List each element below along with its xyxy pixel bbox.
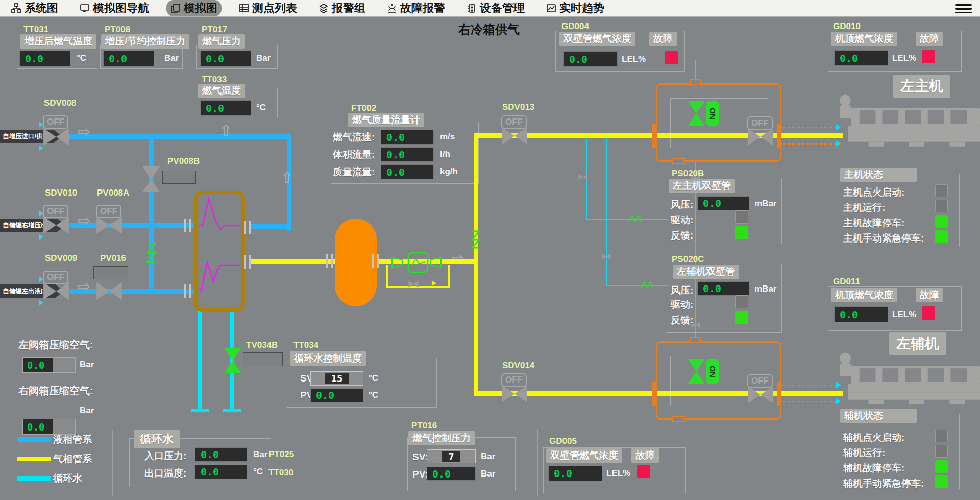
status-label: 辅机故障停车:	[843, 462, 904, 475]
valve-setpoint-box[interactable]	[243, 352, 283, 366]
mini-valve-icon	[602, 253, 611, 260]
dw-coupling	[652, 382, 656, 406]
valve-main-dw-off[interactable]	[747, 128, 774, 146]
valve-setpoint-box[interactable]	[162, 171, 196, 184]
legend-swatch-gas	[17, 457, 51, 461]
spring-symbol	[143, 242, 159, 265]
row-label: 风压:	[671, 198, 693, 211]
heat-exchanger[interactable]	[194, 191, 245, 312]
drive-indicator	[735, 210, 748, 224]
value-display: 0.0	[310, 388, 363, 402]
pipe-gas-hx-vessel	[250, 259, 337, 264]
fault-label: 故障	[916, 32, 943, 46]
menu-item-label: 模拟图导航	[93, 1, 149, 16]
setpoint-input[interactable]: 7	[427, 449, 476, 463]
valve-aux-dw-on[interactable]	[687, 358, 705, 385]
menu-bar: 系统图 模拟图导航 模拟图 测点列表 报警组 故障报警 设备管理 实时趋势	[0, 0, 980, 17]
menu-item-system-diagram[interactable]: 系统图	[7, 0, 62, 16]
valve-aux-dw-off[interactable]	[747, 386, 774, 404]
row-label: 质量流量:	[333, 165, 375, 179]
coupling	[372, 254, 379, 268]
menu-item-sim-diagram[interactable]: 模拟图	[166, 0, 222, 16]
menu-item-sim-navigation[interactable]: 模拟图导航	[76, 0, 153, 16]
valve-pv008b[interactable]	[142, 166, 160, 193]
double-wall-jacket	[783, 401, 841, 402]
valve-state-tag: ON	[706, 101, 719, 126]
valve-sdv009[interactable]	[43, 282, 69, 300]
valve-tv034b[interactable]	[224, 347, 242, 374]
valve-pv008a[interactable]	[96, 216, 122, 234]
menu-item-alarm-group[interactable]: 报警组	[314, 0, 370, 16]
unit-label: LEL%	[892, 53, 916, 63]
unit-label: °C	[77, 53, 86, 63]
flow-arrow-faint: ⇧	[281, 169, 293, 186]
row-label: 入口压力:	[144, 449, 186, 463]
row-label: 驱动:	[671, 213, 693, 227]
valve-pv016[interactable]	[96, 282, 122, 300]
unit-label: °C	[256, 103, 266, 113]
unit-label: Bar	[80, 360, 94, 370]
valve-setpoint-box[interactable]	[93, 266, 128, 279]
fault-label: 故障	[631, 448, 659, 463]
row-label: 反馈:	[671, 314, 693, 327]
menu-item-label: 系统图	[24, 1, 58, 16]
instrument-name: 增压后燃气温度	[20, 34, 96, 49]
mini-valve-icon	[578, 174, 587, 180]
instrument-tag: TT034	[293, 340, 318, 350]
instrument-tag: GD005	[549, 436, 577, 446]
divider	[112, 430, 113, 496]
menu-item-realtime-trend[interactable]: 实时趋势	[542, 0, 608, 16]
unit-label: LEL%	[892, 309, 916, 320]
panel-title: 循环水	[134, 430, 180, 448]
valve-sdv014[interactable]	[501, 385, 528, 403]
valve-main-dw-on[interactable]	[687, 100, 705, 127]
pipe-liquid-hx-out	[250, 224, 291, 229]
engine-aux-silhouette	[838, 351, 980, 413]
status-label: 主机故障停车:	[843, 217, 904, 230]
sense-line	[606, 136, 607, 286]
status-label: 主机点火启动:	[843, 186, 904, 199]
status-indicator	[935, 445, 948, 458]
instrument-name: 左主机双壁管	[669, 179, 735, 193]
legend-label: 液相管系	[53, 433, 92, 446]
coupling	[244, 221, 251, 234]
instrument-tag: PT017	[202, 25, 227, 35]
unit-label: °C	[253, 467, 263, 477]
engine-main-silhouette	[838, 93, 980, 155]
dw-coupling	[652, 124, 656, 148]
unit-label: Bar	[481, 451, 495, 462]
valve-tag: TV034B	[246, 340, 278, 350]
gas-vessel[interactable]	[335, 219, 377, 306]
valve-tag: SDV010	[45, 188, 77, 198]
pipe-gas-bypass	[386, 265, 388, 287]
value-display: 0.0	[195, 465, 247, 479]
valve-state-tag: OFF	[43, 115, 68, 129]
status-indicator	[935, 200, 948, 212]
valve-sdv010[interactable]	[43, 216, 69, 234]
setpoint-input[interactable]: 15	[310, 371, 363, 386]
valve-sdv013[interactable]	[501, 127, 528, 145]
valve-sdv008[interactable]	[43, 128, 69, 146]
menu-item-device-mgmt[interactable]: 设备管理	[462, 0, 529, 16]
value-display: 0.0	[195, 447, 247, 462]
dw-coupling	[777, 382, 781, 406]
hamburger-menu-icon[interactable]	[955, 4, 972, 13]
instrument-name: 双壁管燃气浓度	[559, 32, 635, 46]
page-title: 右冷箱供气	[458, 21, 520, 38]
feedback-indicator	[735, 226, 748, 239]
sense-line	[606, 285, 668, 286]
row-label: 驱动:	[671, 298, 693, 312]
value-display: 0.0	[381, 130, 434, 145]
menu-item-fault-alarm[interactable]: 故障报警	[383, 0, 449, 16]
panel-title: 主机状态	[840, 168, 917, 182]
menu-item-point-list[interactable]: 测点列表	[235, 0, 301, 16]
unit-label: Bar	[481, 469, 495, 479]
value-display: 0.0	[427, 467, 476, 481]
instrument-tag: PT025	[268, 449, 294, 460]
dw-tab	[672, 416, 685, 422]
value-display: 0.0	[697, 196, 749, 210]
value-display: 0.0	[834, 50, 888, 66]
row-label: 反馈:	[671, 229, 693, 242]
menu-item-label: 模拟图	[184, 1, 217, 16]
drive-indicator	[735, 295, 748, 308]
